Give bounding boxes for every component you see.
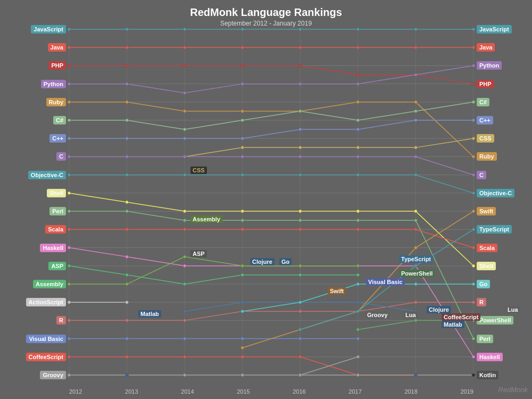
- right-label-swift: Swift: [477, 207, 496, 215]
- svg-point-77: [126, 137, 129, 140]
- svg-point-90: [68, 155, 71, 158]
- right-label-perl: Perl: [477, 335, 493, 343]
- svg-point-60: [68, 101, 71, 104]
- svg-point-66: [414, 101, 417, 104]
- svg-point-148: [298, 264, 302, 268]
- annotation-lua: Lua: [403, 311, 418, 319]
- svg-point-202: [356, 373, 360, 377]
- chart-title: RedMonk Language Rankings: [0, 0, 532, 19]
- right-label-shell: Shell: [477, 262, 496, 270]
- left-label-scala: Scala: [45, 225, 66, 234]
- svg-point-151: [126, 301, 129, 304]
- svg-point-146: [183, 255, 186, 259]
- svg-point-61: [126, 101, 129, 104]
- svg-point-32: [298, 28, 302, 31]
- svg-point-158: [414, 301, 417, 304]
- year-label-2014: 2014: [181, 388, 194, 395]
- svg-point-58: [414, 73, 417, 77]
- svg-point-63: [241, 110, 244, 113]
- svg-point-171: [126, 337, 129, 340]
- left-label-c++: C++: [49, 134, 66, 143]
- svg-point-163: [356, 301, 360, 304]
- svg-point-177: [126, 355, 129, 359]
- svg-point-190: [414, 264, 417, 268]
- svg-point-73: [356, 119, 360, 122]
- svg-point-145: [126, 282, 129, 286]
- left-label-c#: C#: [53, 116, 66, 124]
- svg-point-132: [183, 264, 186, 268]
- left-label-c: C: [56, 152, 66, 161]
- svg-point-193: [414, 319, 417, 322]
- svg-point-131: [126, 255, 129, 259]
- svg-point-178: [183, 355, 186, 359]
- right-label-powershell: PowerShell: [477, 316, 513, 325]
- svg-point-188: [298, 328, 302, 331]
- svg-point-197: [183, 373, 186, 377]
- svg-point-96: [414, 155, 417, 158]
- year-labels: 20122013201420152016201720182019: [69, 388, 473, 395]
- annotation-matlab: Matlab: [138, 310, 161, 318]
- watermark: RedMonk: [498, 386, 528, 394]
- svg-point-173: [241, 337, 244, 340]
- right-label-go: Go: [477, 280, 490, 288]
- svg-point-42: [414, 46, 417, 49]
- svg-point-117: [241, 219, 244, 222]
- svg-point-168: [414, 282, 417, 286]
- year-label-2017: 2017: [348, 388, 361, 395]
- svg-point-166: [298, 301, 302, 304]
- right-label-css: CSS: [477, 134, 494, 143]
- svg-point-79: [241, 137, 244, 140]
- svg-point-192: [356, 328, 360, 331]
- svg-point-80: [298, 128, 302, 131]
- svg-point-45: [126, 64, 129, 67]
- svg-point-142: [298, 273, 302, 277]
- svg-point-56: [298, 82, 302, 86]
- svg-point-138: [68, 264, 71, 268]
- annotation-coffeescript: CoffeeScript: [442, 313, 480, 321]
- left-label-assembly: Assembly: [33, 280, 66, 288]
- svg-point-195: [68, 373, 71, 377]
- svg-point-107: [126, 201, 129, 204]
- svg-point-48: [298, 64, 302, 67]
- svg-point-147: [241, 264, 244, 268]
- left-label-asp: ASP: [48, 262, 66, 270]
- svg-point-130: [68, 246, 71, 250]
- svg-point-112: [414, 210, 417, 213]
- left-label-haskell: Haskell: [40, 244, 66, 252]
- svg-point-99: [126, 173, 129, 177]
- left-label-groovy: Groovy: [40, 371, 66, 379]
- svg-point-109: [241, 210, 244, 213]
- annotation-css: CSS: [190, 167, 207, 174]
- svg-point-154: [183, 319, 186, 322]
- svg-point-172: [183, 337, 186, 340]
- annotation-clojure: Clojure: [427, 306, 451, 313]
- svg-point-139: [126, 273, 129, 277]
- left-label-python: Python: [41, 80, 66, 88]
- right-label-c#: C#: [477, 98, 489, 106]
- right-label-c++: C++: [477, 116, 493, 124]
- svg-point-180: [298, 355, 302, 359]
- right-label-haskell: Haskell: [477, 353, 503, 361]
- svg-point-152: [68, 319, 71, 322]
- svg-point-120: [414, 219, 417, 222]
- svg-point-161: [241, 301, 244, 304]
- svg-point-82: [414, 119, 417, 122]
- svg-point-92: [183, 155, 186, 158]
- svg-point-76: [68, 137, 71, 140]
- svg-point-40: [298, 46, 302, 49]
- chart-lines: [69, 29, 473, 375]
- svg-point-140: [183, 282, 186, 286]
- year-label-2018: 2018: [404, 388, 417, 395]
- svg-point-29: [126, 28, 129, 31]
- svg-point-86: [298, 146, 302, 149]
- annotation-matlab: Matlab: [442, 321, 464, 328]
- svg-point-200: [356, 355, 360, 359]
- left-label-shell: Shell: [47, 189, 66, 197]
- svg-point-201: [298, 373, 302, 377]
- svg-point-47: [241, 64, 244, 67]
- svg-point-53: [126, 82, 129, 86]
- svg-point-144: [68, 282, 71, 286]
- right-labels: JavaScriptJavaPythonPHPC#C++CSSRubyCObje…: [475, 29, 532, 375]
- year-label-2019: 2019: [460, 388, 473, 395]
- svg-point-141: [241, 273, 244, 277]
